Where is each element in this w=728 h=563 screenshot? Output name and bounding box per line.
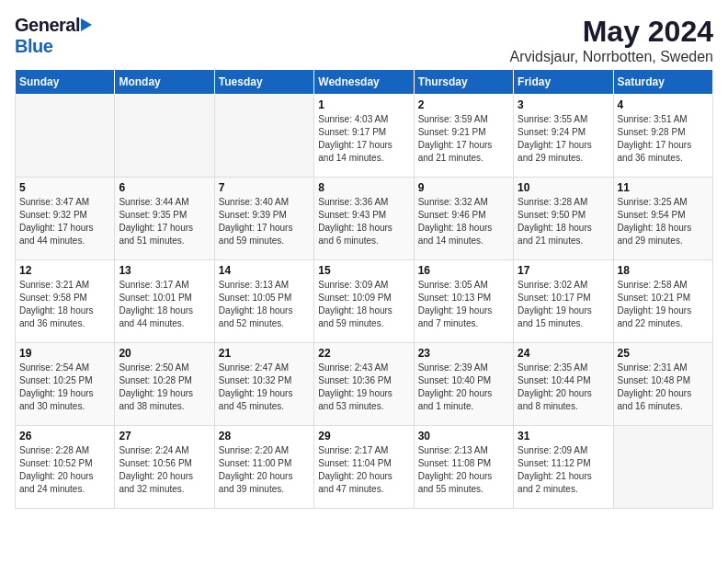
day-info: Sunrise: 2:47 AM Sunset: 10:32 PM Daylig… xyxy=(219,362,310,413)
calendar-week-row: 12Sunrise: 3:21 AM Sunset: 9:58 PM Dayli… xyxy=(16,260,713,343)
calendar-cell: 23Sunrise: 2:39 AM Sunset: 10:40 PM Dayl… xyxy=(414,343,513,426)
day-info: Sunrise: 3:47 AM Sunset: 9:32 PM Dayligh… xyxy=(19,196,110,247)
day-number: 3 xyxy=(518,98,609,111)
day-number: 24 xyxy=(518,347,609,360)
calendar-cell: 26Sunrise: 2:28 AM Sunset: 10:52 PM Dayl… xyxy=(16,426,115,509)
calendar-cell: 24Sunrise: 2:35 AM Sunset: 10:44 PM Dayl… xyxy=(514,343,613,426)
day-header-friday: Friday xyxy=(514,70,613,95)
calendar-cell: 13Sunrise: 3:17 AM Sunset: 10:01 PM Dayl… xyxy=(115,260,214,343)
day-info: Sunrise: 3:28 AM Sunset: 9:50 PM Dayligh… xyxy=(518,196,609,247)
calendar-table: SundayMondayTuesdayWednesdayThursdayFrid… xyxy=(15,69,713,509)
day-info: Sunrise: 2:43 AM Sunset: 10:36 PM Daylig… xyxy=(318,362,409,413)
calendar-week-row: 26Sunrise: 2:28 AM Sunset: 10:52 PM Dayl… xyxy=(16,426,713,509)
day-number: 12 xyxy=(19,264,110,277)
calendar-week-row: 1Sunrise: 4:03 AM Sunset: 9:17 PM Daylig… xyxy=(16,95,713,178)
day-number: 11 xyxy=(618,181,709,194)
calendar-cell: 5Sunrise: 3:47 AM Sunset: 9:32 PM Daylig… xyxy=(16,178,115,260)
day-info: Sunrise: 2:24 AM Sunset: 10:56 PM Daylig… xyxy=(119,444,210,496)
calendar-cell: 12Sunrise: 3:21 AM Sunset: 9:58 PM Dayli… xyxy=(16,260,115,343)
day-number: 22 xyxy=(318,347,409,360)
day-header-saturday: Saturday xyxy=(613,70,712,95)
day-header-sunday: Sunday xyxy=(16,70,115,95)
day-number: 23 xyxy=(418,347,509,360)
day-number: 7 xyxy=(219,181,310,194)
day-number: 6 xyxy=(119,181,210,194)
calendar-cell: 14Sunrise: 3:13 AM Sunset: 10:05 PM Dayl… xyxy=(214,260,313,343)
calendar-cell: 18Sunrise: 2:58 AM Sunset: 10:21 PM Dayl… xyxy=(613,260,712,343)
day-number: 29 xyxy=(318,430,409,442)
day-number: 4 xyxy=(618,98,709,111)
day-number: 18 xyxy=(618,264,709,277)
day-number: 19 xyxy=(19,347,110,360)
calendar-cell: 28Sunrise: 2:20 AM Sunset: 11:00 PM Dayl… xyxy=(214,426,313,509)
day-number: 13 xyxy=(119,264,210,277)
day-number: 15 xyxy=(318,264,409,277)
day-number: 25 xyxy=(618,347,709,360)
day-info: Sunrise: 3:59 AM Sunset: 9:21 PM Dayligh… xyxy=(418,113,509,165)
day-info: Sunrise: 4:03 AM Sunset: 9:17 PM Dayligh… xyxy=(318,113,409,165)
day-info: Sunrise: 2:54 AM Sunset: 10:25 PM Daylig… xyxy=(19,362,110,413)
day-number: 10 xyxy=(518,181,609,194)
day-info: Sunrise: 2:50 AM Sunset: 10:28 PM Daylig… xyxy=(119,362,210,413)
day-number: 26 xyxy=(19,430,110,442)
calendar-cell xyxy=(115,95,214,178)
day-info: Sunrise: 3:21 AM Sunset: 9:58 PM Dayligh… xyxy=(19,279,110,330)
day-number: 17 xyxy=(518,264,609,277)
logo-blue: Blue xyxy=(15,36,52,57)
calendar-cell: 10Sunrise: 3:28 AM Sunset: 9:50 PM Dayli… xyxy=(514,178,613,260)
subtitle: Arvidsjaur, Norrbotten, Sweden xyxy=(510,49,713,65)
day-info: Sunrise: 2:28 AM Sunset: 10:52 PM Daylig… xyxy=(19,444,110,496)
calendar-cell: 27Sunrise: 2:24 AM Sunset: 10:56 PM Dayl… xyxy=(115,426,214,509)
page-header: General Blue May 2024 Arvidsjaur, Norrbo… xyxy=(15,15,713,65)
day-info: Sunrise: 2:09 AM Sunset: 11:12 PM Daylig… xyxy=(518,444,609,496)
calendar-cell: 21Sunrise: 2:47 AM Sunset: 10:32 PM Dayl… xyxy=(214,343,313,426)
day-number: 2 xyxy=(418,98,509,111)
day-info: Sunrise: 3:05 AM Sunset: 10:13 PM Daylig… xyxy=(418,279,509,330)
calendar-cell: 7Sunrise: 3:40 AM Sunset: 9:39 PM Daylig… xyxy=(214,178,313,260)
day-number: 31 xyxy=(518,430,609,442)
calendar-cell: 25Sunrise: 2:31 AM Sunset: 10:48 PM Dayl… xyxy=(613,343,712,426)
logo-triangle-icon xyxy=(81,18,92,31)
day-info: Sunrise: 3:51 AM Sunset: 9:28 PM Dayligh… xyxy=(618,113,709,165)
day-info: Sunrise: 2:17 AM Sunset: 11:04 PM Daylig… xyxy=(318,444,409,496)
day-header-thursday: Thursday xyxy=(414,70,513,95)
day-info: Sunrise: 3:02 AM Sunset: 10:17 PM Daylig… xyxy=(518,279,609,330)
calendar-cell: 9Sunrise: 3:32 AM Sunset: 9:46 PM Daylig… xyxy=(414,178,513,260)
calendar-cell: 31Sunrise: 2:09 AM Sunset: 11:12 PM Dayl… xyxy=(514,426,613,509)
day-info: Sunrise: 2:39 AM Sunset: 10:40 PM Daylig… xyxy=(418,362,509,413)
day-number: 14 xyxy=(219,264,310,277)
day-number: 5 xyxy=(19,181,110,194)
day-number: 20 xyxy=(119,347,210,360)
day-number: 8 xyxy=(318,181,409,194)
day-number: 30 xyxy=(418,430,509,442)
calendar-cell: 3Sunrise: 3:55 AM Sunset: 9:24 PM Daylig… xyxy=(514,95,613,178)
main-title: May 2024 xyxy=(510,15,713,49)
calendar-cell: 4Sunrise: 3:51 AM Sunset: 9:28 PM Daylig… xyxy=(613,95,712,178)
day-info: Sunrise: 3:36 AM Sunset: 9:43 PM Dayligh… xyxy=(318,196,409,247)
calendar-cell: 19Sunrise: 2:54 AM Sunset: 10:25 PM Dayl… xyxy=(16,343,115,426)
calendar-cell xyxy=(613,426,712,509)
day-info: Sunrise: 3:17 AM Sunset: 10:01 PM Daylig… xyxy=(119,279,210,330)
calendar-cell xyxy=(214,95,313,178)
calendar-week-row: 5Sunrise: 3:47 AM Sunset: 9:32 PM Daylig… xyxy=(16,178,713,260)
calendar-cell xyxy=(16,95,115,178)
day-number: 16 xyxy=(418,264,509,277)
calendar-cell: 2Sunrise: 3:59 AM Sunset: 9:21 PM Daylig… xyxy=(414,95,513,178)
calendar-cell: 8Sunrise: 3:36 AM Sunset: 9:43 PM Daylig… xyxy=(314,178,414,260)
day-info: Sunrise: 3:44 AM Sunset: 9:35 PM Dayligh… xyxy=(119,196,210,247)
day-header-monday: Monday xyxy=(115,70,214,95)
day-header-tuesday: Tuesday xyxy=(214,70,313,95)
day-number: 27 xyxy=(119,430,210,442)
day-info: Sunrise: 3:09 AM Sunset: 10:09 PM Daylig… xyxy=(318,279,409,330)
calendar-cell: 6Sunrise: 3:44 AM Sunset: 9:35 PM Daylig… xyxy=(115,178,214,260)
calendar-cell: 29Sunrise: 2:17 AM Sunset: 11:04 PM Dayl… xyxy=(314,426,414,509)
day-info: Sunrise: 3:13 AM Sunset: 10:05 PM Daylig… xyxy=(219,279,310,330)
logo-general: General xyxy=(15,15,80,36)
day-info: Sunrise: 2:31 AM Sunset: 10:48 PM Daylig… xyxy=(618,362,709,413)
calendar-cell: 30Sunrise: 2:13 AM Sunset: 11:08 PM Dayl… xyxy=(414,426,513,509)
day-info: Sunrise: 2:13 AM Sunset: 11:08 PM Daylig… xyxy=(418,444,509,496)
logo: General Blue xyxy=(15,15,92,57)
title-section: May 2024 Arvidsjaur, Norrbotten, Sweden xyxy=(510,15,713,65)
day-info: Sunrise: 2:58 AM Sunset: 10:21 PM Daylig… xyxy=(618,279,709,330)
calendar-cell: 1Sunrise: 4:03 AM Sunset: 9:17 PM Daylig… xyxy=(314,95,414,178)
